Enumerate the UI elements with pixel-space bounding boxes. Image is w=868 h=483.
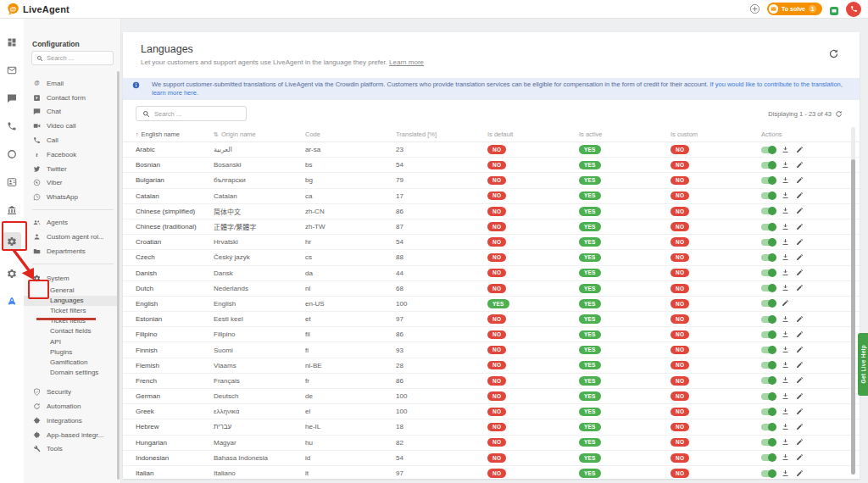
- sidebar-subitem-ticket-fields[interactable]: Ticket fields: [24, 316, 119, 326]
- table-row-finnish[interactable]: FinnishSuomifi93NOYESNO: [123, 342, 860, 358]
- sidebar-item-video-call[interactable]: Video call: [24, 119, 119, 133]
- download-icon[interactable]: [782, 176, 790, 185]
- table-row-estonian[interactable]: EstonianEesti keelet97NOYESNO: [123, 312, 860, 327]
- edit-icon[interactable]: [796, 223, 804, 231]
- sidebar-item-twitter[interactable]: Twitter: [24, 162, 119, 176]
- download-icon[interactable]: [782, 253, 790, 262]
- sidebar-subitem-ticket-filters[interactable]: Ticket filters: [24, 306, 119, 316]
- table-row-czech[interactable]: CzechČeský jazykcs88NOYESNO: [123, 250, 860, 265]
- sidebar-item-custom-agent-rol[interactable]: Custom agent rol...: [24, 230, 119, 244]
- column-header-is-active[interactable]: Is active: [579, 130, 670, 138]
- rail-getting-started-icon[interactable]: [3, 296, 21, 307]
- download-icon[interactable]: [782, 269, 790, 277]
- download-icon[interactable]: [782, 284, 790, 292]
- active-toggle[interactable]: [761, 285, 776, 291]
- rail-billing-icon[interactable]: [3, 204, 21, 215]
- table-row-dutch[interactable]: DutchNederlandsnl68NOYESNO: [123, 281, 860, 297]
- active-toggle[interactable]: [761, 331, 776, 338]
- table-row-greek[interactable]: Greekελληνικάel100NOYESNO: [123, 404, 860, 419]
- edit-icon[interactable]: [796, 315, 804, 324]
- rail-chats-icon[interactable]: [3, 92, 21, 103]
- active-toggle[interactable]: [761, 208, 776, 214]
- active-toggle[interactable]: [761, 254, 776, 261]
- edit-icon[interactable]: [796, 238, 804, 247]
- edit-icon[interactable]: [796, 192, 804, 200]
- liveagent-logo[interactable]: @ LiveAgent: [7, 3, 70, 15]
- refresh-button[interactable]: [828, 47, 840, 59]
- sidebar-item-agents[interactable]: Agents: [24, 215, 119, 230]
- sidebar-item-departments[interactable]: Departments: [24, 244, 119, 258]
- active-toggle[interactable]: [761, 162, 776, 169]
- sidebar-item-security[interactable]: Security: [24, 385, 119, 399]
- active-toggle[interactable]: [761, 377, 776, 384]
- refresh-icon[interactable]: [835, 110, 843, 118]
- download-icon[interactable]: [782, 469, 790, 478]
- sidebar-subitem-gamification[interactable]: Gamification: [24, 357, 119, 367]
- table-row-italian[interactable]: ItalianItalianoit97NOYESNO: [123, 466, 860, 479]
- get-live-help-tab[interactable]: Get Live Help: [858, 333, 868, 396]
- table-row-bosnian[interactable]: BosnianBosanskibs54NOYESNO: [123, 158, 860, 173]
- download-icon[interactable]: [782, 330, 790, 339]
- sidebar-item-facebook[interactable]: fFacebook: [24, 147, 119, 162]
- edit-icon[interactable]: [796, 161, 804, 169]
- active-toggle[interactable]: [761, 300, 776, 307]
- table-row-french[interactable]: FrenchFrançaisfr86NOYESNO: [123, 374, 860, 389]
- table-row-arabic[interactable]: Arabicالعربيةar-sa23NOYESNO: [123, 142, 860, 158]
- sidebar-item-chat[interactable]: Chat: [24, 105, 119, 119]
- table-row-hebrew[interactable]: Hebrewעבריתhe-IL18NOYESNO: [123, 419, 860, 435]
- sidebar-scrollbar[interactable]: [117, 71, 120, 480]
- edit-icon[interactable]: [796, 269, 804, 277]
- download-icon[interactable]: [782, 192, 790, 200]
- table-row-bulgarian[interactable]: Bulgarianбългарскиbg79NOYESNO: [123, 173, 860, 188]
- column-header-is-custom[interactable]: Is custom: [670, 130, 761, 138]
- active-toggle[interactable]: [761, 347, 776, 353]
- active-toggle[interactable]: [761, 239, 776, 246]
- download-icon[interactable]: [782, 346, 790, 354]
- sidebar-subitem-languages[interactable]: Languages: [24, 296, 119, 306]
- edit-icon[interactable]: [796, 469, 804, 478]
- table-row-flemish[interactable]: FlemishVlaamsnl-BE28NOYESNO: [123, 358, 860, 374]
- column-header-origin-name[interactable]: ⇅Origin name: [214, 130, 305, 138]
- rail-time-icon[interactable]: [3, 148, 21, 159]
- edit-icon[interactable]: [796, 207, 804, 215]
- chat-status-icon[interactable]: [829, 4, 839, 14]
- download-icon[interactable]: [782, 361, 790, 369]
- active-toggle[interactable]: [761, 393, 776, 400]
- active-toggle[interactable]: [761, 177, 776, 184]
- edit-icon[interactable]: [796, 392, 804, 401]
- active-toggle[interactable]: [761, 362, 776, 369]
- edit-icon[interactable]: [796, 330, 804, 339]
- edit-icon[interactable]: [796, 146, 804, 154]
- column-header-translated[interactable]: Translated [%]: [396, 130, 487, 138]
- active-toggle[interactable]: [761, 224, 776, 230]
- table-search-input[interactable]: Search ...: [136, 106, 247, 121]
- download-icon[interactable]: [782, 392, 790, 401]
- rail-settings-icon[interactable]: [3, 268, 21, 279]
- active-toggle[interactable]: [761, 470, 776, 477]
- table-row-german[interactable]: GermanDeutschde100NOYESNO: [123, 389, 860, 404]
- edit-icon[interactable]: [796, 284, 804, 292]
- table-row-chinese-traditional[interactable]: Chinese (traditional)正體字/繁體字zh-TW87NOYES…: [123, 219, 860, 235]
- sidebar-subitem-api[interactable]: API: [24, 336, 119, 347]
- edit-icon[interactable]: [796, 253, 804, 262]
- sidebar-item-email[interactable]: @Email: [24, 76, 119, 91]
- rail-calls-icon[interactable]: [3, 120, 21, 131]
- sidebar-item-whatsapp[interactable]: WhatsApp: [24, 190, 119, 204]
- download-icon[interactable]: [782, 238, 790, 247]
- active-toggle[interactable]: [761, 439, 776, 446]
- table-row-english[interactable]: EnglishEnglishen-US100YESYESNO: [123, 297, 860, 312]
- to-solve-button[interactable]: To solve 1: [767, 3, 822, 15]
- column-header-is-default[interactable]: Is default: [487, 130, 579, 138]
- table-row-croatian[interactable]: CroatianHrvatskihr54NOYESNO: [123, 235, 860, 250]
- sidebar-subitem-contact-fields[interactable]: Contact fields: [24, 326, 119, 336]
- download-icon[interactable]: [782, 438, 790, 447]
- rail-tickets-icon[interactable]: [3, 64, 21, 75]
- table-row-indonesian[interactable]: IndonesianBahasa Indonesiaid54NOYESNO: [123, 451, 860, 466]
- sidebar-search-input[interactable]: Search ...: [31, 51, 114, 65]
- sidebar-item-viber[interactable]: Viber: [24, 176, 119, 191]
- edit-icon[interactable]: [796, 438, 804, 447]
- sidebar-item-automation[interactable]: Automation: [24, 399, 119, 414]
- edit-icon[interactable]: [782, 299, 790, 308]
- column-header-english-name[interactable]: ↑English name: [136, 130, 214, 138]
- active-toggle[interactable]: [761, 408, 776, 415]
